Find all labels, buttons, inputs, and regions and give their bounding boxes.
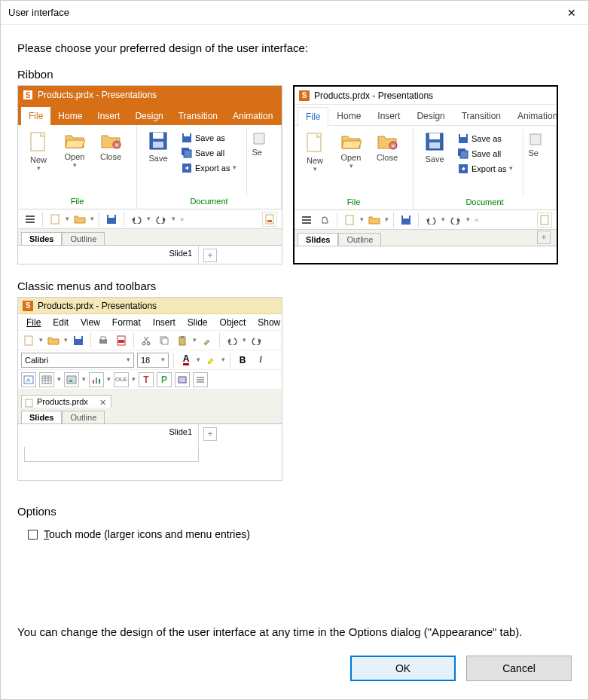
menu-object: Object [215,316,252,329]
close-button[interactable]: ✕ [554,1,588,25]
save-button: Save [142,128,175,195]
svg-rect-57 [162,338,168,344]
cancel-button[interactable]: Cancel [466,656,572,681]
tab-transition: Transition [171,107,225,125]
menu-edit: Edit [47,316,74,329]
undo-icon [129,212,144,227]
save-all-icon [458,148,468,159]
chevron-down-icon: ▾ [90,215,94,222]
save-button: Save [418,129,451,196]
svg-rect-22 [267,220,272,222]
quick-access-toolbar: ▾ ▾ ▾ ▾ » [294,210,557,230]
svg-rect-64 [42,376,51,384]
tab-file: File [298,107,328,126]
file-group-label: File [23,195,132,207]
cut-icon [139,333,154,348]
chevron-down-icon: ▾ [360,216,364,223]
app-icon: S [23,301,33,311]
new-doc-icon [306,132,324,153]
svg-rect-49 [101,337,105,340]
tab-insert: Insert [90,107,127,125]
checkbox-icon[interactable] [28,530,38,540]
preview-title: Products.prdx - Presentations [38,90,157,100]
save-icon [148,131,168,151]
save-as-label: Save as [472,134,502,143]
slide-panel-tabs: Slides Outline + [294,230,557,246]
folder-icon [46,333,61,348]
svg-rect-29 [429,142,440,148]
shape-p-icon: P [157,372,172,387]
save-icon [398,212,414,228]
app-icon: S [299,90,310,101]
new-doc-icon [47,212,63,227]
hand-icon [317,212,332,228]
touch-mode-option[interactable]: Touch mode (larger icons and menu entrie… [17,522,572,540]
new-doc-icon [29,131,47,152]
slide-thumbnail [24,447,199,462]
app-icon: S [23,90,33,100]
save-as-icon [182,133,192,143]
ribbon-section-label: Ribbon [17,68,572,81]
folder-close-icon: ✕ [100,131,121,149]
open-label: Open [341,153,362,162]
chevron-down-icon: ▾ [127,356,130,363]
ribbon-style-light[interactable]: S Products.prdx - Presentations File Hom… [293,85,558,264]
svg-rect-41 [403,216,409,219]
folder-open-icon [64,131,85,149]
close-tab-icon: ✕ [99,398,106,408]
redo-icon [448,212,463,228]
slide-name: Slide1 [18,424,199,447]
ribbon-tabs: File Home Insert Design Transition Anima… [18,104,282,125]
hamburger-icon [299,212,314,228]
text-box-icon: A [21,372,36,387]
anchor-icon: + [203,249,217,262]
save-icon [425,132,444,151]
font-color-icon: A [179,353,194,368]
clipboard-icon [528,132,543,147]
tab-file: File [21,107,50,125]
ok-button[interactable]: OK [350,656,456,681]
save-all-button: Save all [456,147,515,160]
quick-access-toolbar: ▾ ▾ ▾ ▾ » [18,209,282,229]
truncated-group: Se [246,128,267,195]
footer-hint: You can change the design of the user in… [17,624,572,641]
chevron-down-icon: ▾ [197,356,200,363]
doc-tab: Products.prdx ✕ [21,395,111,408]
save-as-button: Save as [456,132,515,145]
chevron-down-icon: ▾ [161,356,165,363]
overflow-icon: » [180,216,184,223]
font-size-value: 18 [141,356,150,365]
svg-rect-39 [346,216,353,225]
chevron-down-icon: ▾ [221,356,225,363]
folder-close-icon: ✕ [377,132,398,150]
svg-rect-21 [266,215,273,224]
intro-text: Please choose your preferred design of t… [17,41,572,54]
overflow-icon: » [475,216,478,224]
classic-section-label: Classic menus and toolbars [17,280,572,292]
chevron-down-icon: ▾ [349,162,353,170]
font-name-combo: Calibri ▾ [21,353,134,368]
shape-lines-icon [193,372,208,387]
open-label: Open [65,152,85,161]
menu-insert: Insert [148,316,181,329]
image-icon [64,372,79,387]
doc-icon [25,399,34,408]
new-label: New [307,156,323,165]
ribbon-style-orange[interactable]: S Products.prdx - Presentations File Hom… [17,85,282,264]
preview-titlebar: S Products.prdx - Presentations [18,298,282,314]
file-group-label: File [299,196,408,208]
chevron-down-icon: ▾ [509,164,513,172]
undo-icon [423,212,438,228]
svg-text:✕: ✕ [114,142,119,148]
close-label: Close [100,152,121,161]
chevron-down-icon: ▾ [66,215,69,222]
chevron-down-icon: ▾ [39,336,43,344]
chevron-down-icon: ▾ [193,336,197,344]
save-icon [104,212,119,227]
paste-icon [175,333,190,348]
classic-style[interactable]: S Products.prdx - Presentations File Edi… [17,297,282,481]
italic-icon: I [253,353,268,368]
folder-open-icon [340,132,362,150]
svg-rect-69 [67,376,76,384]
window-title: User interface [8,7,69,18]
